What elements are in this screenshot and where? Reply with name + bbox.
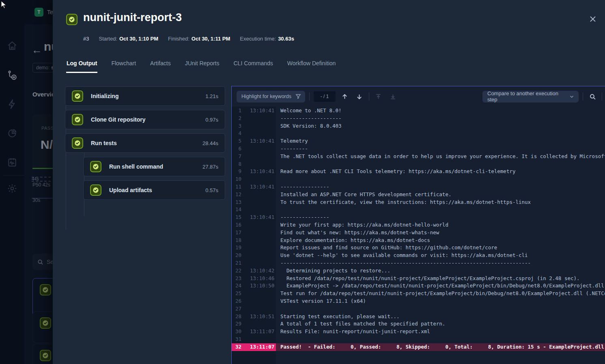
log-line-gutter: 12 <box>232 191 276 199</box>
log-line-gutter: 2813:10:51 <box>232 313 276 321</box>
next-match-button[interactable] <box>354 91 365 102</box>
line-number[interactable]: 3 <box>232 122 241 130</box>
log-line: 2813:10:51Starting test execution, pleas… <box>232 313 605 321</box>
line-number[interactable]: 19 <box>232 244 241 252</box>
log-line-gutter: 3213:11:07 <box>232 343 276 351</box>
line-number[interactable]: 22 <box>232 267 241 275</box>
line-text: -------------------- <box>276 115 605 122</box>
line-number[interactable]: 28 <box>232 313 241 321</box>
log-line: 13To trust the certificate, view the ins… <box>232 199 605 206</box>
log-line: 6--------- <box>232 145 605 153</box>
line-number[interactable]: 15 <box>232 214 241 221</box>
line-timestamp: 13:10:41 <box>250 137 274 145</box>
log-line: 29A total of 1 test files matched the sp… <box>232 320 605 328</box>
tab-workflow-definition[interactable]: Workflow Definition <box>287 58 336 73</box>
line-number[interactable]: 17 <box>232 229 241 237</box>
line-text: Restored /data/repo/test/nunit/nunit-pro… <box>276 275 605 283</box>
line-number[interactable]: 11 <box>232 183 241 191</box>
tab-cli-commands[interactable]: CLI Commands <box>233 58 273 73</box>
line-number[interactable]: 24 <box>232 282 241 290</box>
line-number[interactable]: 26 <box>232 298 241 305</box>
finished-meta: Finished:Oct 30, 1:11 PM <box>168 36 230 42</box>
line-number[interactable]: 5 <box>232 137 241 145</box>
line-text <box>276 176 605 183</box>
step-label: Run shell command <box>109 163 195 170</box>
scroll-to-top-button[interactable] <box>373 91 384 102</box>
log-line-gutter: 913:10:41 <box>232 168 276 176</box>
line-number[interactable]: 29 <box>232 320 241 328</box>
line-number[interactable]: 9 <box>232 168 241 176</box>
line-number[interactable]: 23 <box>232 275 241 283</box>
log-line: 913:10:41Read more about .NET CLI Tools … <box>232 168 605 176</box>
line-text: ExampleProject -> /data/repo/test/nunit/… <box>276 282 605 290</box>
success-check-icon <box>72 137 83 149</box>
line-number[interactable]: 31 <box>232 336 241 343</box>
line-number[interactable]: 32 <box>232 343 241 351</box>
step-label: Upload artifacts <box>109 187 198 193</box>
toolbar-divider <box>602 92 602 101</box>
log-line: 113:10:41Welcome to .NET 8.0! <box>232 107 605 115</box>
log-line: 2213:10:42 Determining projects to resto… <box>232 267 605 275</box>
scroll-to-bottom-button[interactable] <box>388 91 398 102</box>
line-number[interactable]: 4 <box>232 130 241 137</box>
line-number[interactable]: 1 <box>232 107 241 115</box>
log-line-gutter: 16 <box>232 221 276 229</box>
step-upload-artifacts[interactable]: Upload artifacts0.57s <box>83 180 225 200</box>
line-timestamp: 13:10:41 <box>250 183 274 191</box>
line-number[interactable]: 21 <box>232 259 241 267</box>
log-line: 513:10:41Telemetry <box>232 137 605 145</box>
line-number[interactable]: 25 <box>232 290 241 298</box>
line-timestamp: 13:10:41 <box>250 107 274 115</box>
highlight-keywords-input[interactable]: Highlight for keywords <box>237 91 305 103</box>
line-number[interactable]: 13 <box>232 199 241 206</box>
step-initializing[interactable]: Initializing1.21s <box>65 86 225 106</box>
success-check-icon <box>90 161 101 172</box>
line-number[interactable]: 7 <box>232 153 241 161</box>
line-number[interactable]: 20 <box>232 252 241 259</box>
step-run-shell-command[interactable]: Run shell command27.87s <box>83 157 225 176</box>
line-number[interactable]: 12 <box>232 191 241 199</box>
step-clone-git-repository[interactable]: Clone Git repository0.97s <box>65 110 225 129</box>
line-number[interactable]: 14 <box>232 206 241 214</box>
tab-flowchart[interactable]: Flowchart <box>111 58 136 73</box>
prev-match-button[interactable] <box>340 91 350 102</box>
line-number[interactable]: 16 <box>232 221 241 229</box>
compare-step-select[interactable]: Compare to another execution step <box>482 91 579 103</box>
log-line: 3013:11:07Results File: nunit-report/nun… <box>232 328 605 336</box>
tab-artifacts[interactable]: Artifacts <box>150 58 171 73</box>
execution-number: #3 <box>83 36 89 42</box>
tab-log-output[interactable]: Log Output <box>66 58 97 73</box>
log-line: 4 <box>232 130 605 137</box>
log-line: 25Test run for /data/repo/test/nunit/nun… <box>232 290 605 298</box>
line-text: VSTest version 17.11.1 (x64) <box>276 298 605 305</box>
line-text: --------- <box>276 145 605 153</box>
line-text: Report issues and find source on GitHub:… <box>276 244 605 252</box>
line-number[interactable]: 8 <box>232 161 241 168</box>
line-timestamp: 13:10:51 <box>250 313 274 321</box>
line-timestamp: 13:10:41 <box>250 168 274 176</box>
log-line: 27 <box>232 305 605 313</box>
toolbar-divider <box>369 92 369 101</box>
line-number[interactable]: 6 <box>232 145 241 153</box>
line-number[interactable]: 30 <box>232 328 241 336</box>
log-line: 31 <box>232 336 605 343</box>
line-number[interactable]: 10 <box>232 176 241 183</box>
log-line-gutter: 25 <box>232 290 276 298</box>
line-text <box>276 130 605 137</box>
line-timestamp: 13:11:07 <box>250 328 274 336</box>
tab-junit-reports[interactable]: JUnit Reports <box>185 58 220 73</box>
line-number[interactable]: 27 <box>232 305 241 313</box>
line-number[interactable]: 18 <box>232 237 241 244</box>
log-panel: Highlight for keywords - / 1 <box>231 86 605 364</box>
line-number[interactable]: 2 <box>232 115 241 122</box>
log-line: 14 <box>232 206 605 214</box>
line-text: Determining projects to restore... <box>276 267 605 275</box>
step-run-tests[interactable]: Run tests28.44s <box>65 133 225 153</box>
log-line: 12Installed an ASP.NET Core HTTPS develo… <box>232 191 605 199</box>
search-log-button[interactable] <box>587 91 598 102</box>
log-line: 8 <box>232 161 605 168</box>
execution-time-meta: Execution time:30.63s <box>240 36 294 42</box>
log-line-gutter: 1113:10:41 <box>232 183 276 191</box>
log-line: 7The .NET tools collect usage data in or… <box>232 153 605 161</box>
close-icon[interactable] <box>587 13 599 25</box>
